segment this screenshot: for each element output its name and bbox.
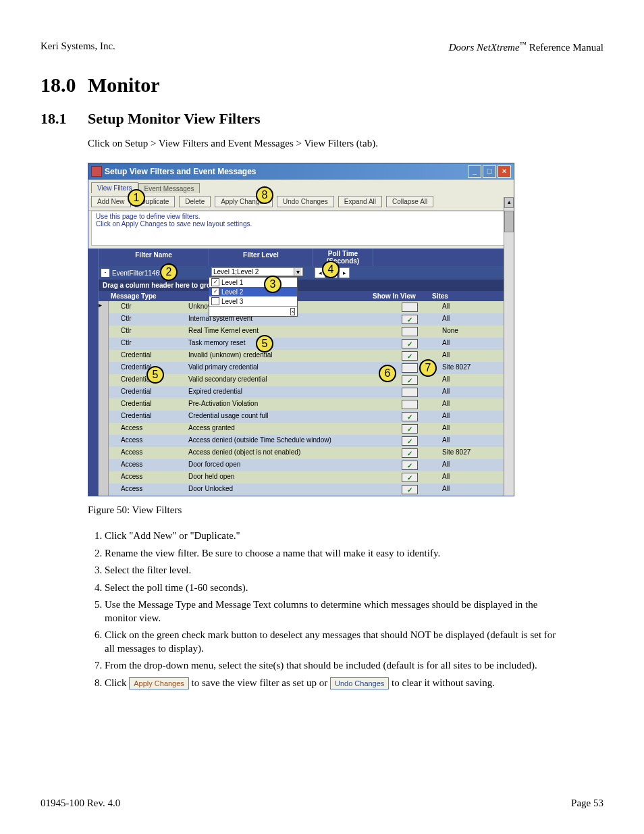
delete-button[interactable]: Delete [179, 196, 211, 207]
checkbox-icon[interactable] [211, 297, 219, 305]
col-poll-time[interactable]: Poll Time (Seconds) [313, 249, 373, 266]
expand-toggle-icon[interactable]: - [101, 269, 109, 277]
table-row[interactable]: AccessDoor forced open✓All [99, 459, 514, 471]
sites-cell[interactable]: All [439, 411, 514, 423]
table-row[interactable]: CredentialPre-Activation ViolationAll [99, 398, 514, 411]
table-row[interactable]: AccessAccess denied (object is not enabl… [99, 447, 514, 459]
message-text-cell: Valid secondary credential [186, 374, 380, 386]
show-in-view-toggle[interactable]: ✓ [402, 351, 418, 361]
sites-cell[interactable]: All [439, 350, 514, 362]
sites-cell[interactable]: All [439, 398, 514, 411]
filter-level-popup: ✓Level 1 ✓Level 2 Level 3 × [209, 277, 298, 317]
show-in-view-toggle[interactable]: ✓ [402, 375, 418, 385]
message-type-cell: Ctlr [109, 338, 186, 350]
poll-time-stepper[interactable]: ◂ 30 ▸ [312, 266, 371, 280]
sites-cell[interactable]: All [439, 313, 514, 325]
message-type-cell: Access [109, 423, 186, 435]
close-icon[interactable]: × [498, 165, 511, 178]
chevron-down-icon[interactable]: ▾ [294, 268, 301, 276]
expand-all-button[interactable]: Expand All [338, 196, 382, 207]
col-show-in-view[interactable]: Show In View [370, 291, 429, 301]
filter-row[interactable]: - EventFilter11469 Level 1;Level 2 ▾ ✓Le… [88, 266, 514, 280]
poll-increment-icon[interactable]: ▸ [339, 267, 350, 278]
sites-cell[interactable]: All [439, 435, 514, 447]
table-row[interactable]: CtlrTask memory reset✓All [99, 338, 514, 350]
minimize-icon[interactable]: _ [468, 165, 481, 178]
checkbox-icon[interactable]: ✓ [211, 278, 219, 286]
page-hint: Use this page to define view filters. Cl… [91, 211, 511, 246]
vertical-scrollbar[interactable]: ▴ [504, 197, 514, 496]
show-in-view-toggle[interactable]: ✓ [402, 424, 418, 434]
scroll-up-icon[interactable]: ▴ [504, 197, 514, 208]
row-handle [99, 313, 109, 325]
level-option[interactable]: ✓Level 1 [209, 278, 297, 287]
show-in-view-toggle[interactable]: ✓ [402, 339, 418, 348]
message-text-cell: Expired credential [186, 386, 380, 398]
sites-cell[interactable]: All [439, 386, 514, 398]
table-row[interactable]: AccessAccess granted✓All [99, 423, 514, 435]
titlebar[interactable]: Setup View Filters and Event Messages _ … [88, 163, 514, 180]
message-type-cell: Access [109, 471, 186, 484]
maximize-icon[interactable]: □ [483, 165, 496, 178]
step-6: Click on the green check mark button to … [105, 629, 563, 655]
message-type-cell: Access [109, 447, 186, 459]
add-new-button[interactable]: Add New [91, 196, 131, 207]
tab-event-messages[interactable]: Event Messages [138, 183, 200, 194]
col-sites[interactable]: Sites [429, 291, 514, 301]
sites-cell[interactable]: All [439, 374, 514, 386]
show-in-view-toggle[interactable]: ✓ [402, 436, 418, 446]
show-in-view-toggle[interactable] [402, 303, 418, 312]
sites-cell[interactable]: Site 8027 [439, 362, 514, 374]
show-in-view-toggle[interactable] [402, 400, 418, 409]
message-text-cell: Door forced open [186, 459, 380, 471]
collapse-all-button[interactable]: Collapse All [386, 196, 433, 207]
col-filter-level[interactable]: Filter Level [209, 249, 313, 266]
group-by-hint: Drag a column header here to group by th… [99, 280, 514, 291]
level-option[interactable]: Level 3 [209, 296, 297, 306]
table-row[interactable]: CtlrInternal system event✓All [99, 313, 514, 325]
table-row[interactable]: AccessAccess denied (outside Time Schedu… [99, 435, 514, 447]
sites-cell[interactable]: All [439, 459, 514, 471]
callout-6: 6 [379, 365, 396, 382]
col-message-type[interactable]: Message Type [99, 291, 176, 301]
checkbox-icon[interactable]: ✓ [211, 288, 219, 296]
scroll-thumb[interactable] [504, 211, 514, 232]
show-in-view-toggle[interactable]: ✓ [402, 412, 418, 421]
close-popup-icon[interactable]: × [290, 308, 295, 315]
show-in-view-toggle[interactable] [402, 327, 418, 336]
sites-cell[interactable]: All [439, 423, 514, 435]
table-row[interactable]: AccessDoor Unlocked✓All [99, 484, 514, 496]
message-text-cell: Invalid (unknown) credential [186, 350, 380, 362]
sites-cell[interactable]: None [439, 325, 514, 338]
undo-changes-button[interactable]: Undo Changes [277, 196, 334, 207]
instruction-list: Click "Add New" or "Duplicate." Rename t… [88, 529, 563, 689]
level-option[interactable]: ✓Level 2 [209, 287, 297, 296]
show-in-view-toggle[interactable] [402, 388, 418, 397]
table-row[interactable]: CtlrReal Time Kernel eventNone [99, 325, 514, 338]
filter-level-dropdown[interactable]: Level 1;Level 2 ▾ [211, 267, 303, 276]
show-in-view-toggle[interactable]: ✓ [402, 473, 418, 482]
table-row[interactable]: CredentialCredential usage count full✓Al… [99, 411, 514, 423]
sites-cell[interactable]: Site 8027 [439, 447, 514, 459]
col-filter-name[interactable]: Filter Name [99, 249, 209, 266]
table-row[interactable]: ▸CtlrUnknown eventAll [99, 301, 514, 313]
row-handle [99, 435, 109, 447]
table-row[interactable]: CredentialExpired credentialAll [99, 386, 514, 398]
figure-caption: Figure 50: View Filters [88, 504, 603, 516]
sites-cell[interactable]: All [439, 471, 514, 484]
show-in-view-toggle[interactable]: ✓ [402, 315, 418, 324]
table-row[interactable]: CredentialInvalid (unknown) credential✓A… [99, 350, 514, 362]
show-in-view-toggle[interactable]: ✓ [402, 461, 418, 470]
row-handle [99, 374, 109, 386]
show-in-view-toggle[interactable] [402, 363, 418, 373]
show-in-view-toggle[interactable]: ✓ [402, 485, 418, 494]
filter-name-value[interactable]: EventFilter11469 [112, 269, 163, 277]
sites-cell[interactable]: All [439, 301, 514, 313]
sites-cell[interactable]: All [439, 338, 514, 350]
show-in-view-toggle[interactable]: ✓ [402, 448, 418, 458]
sites-cell[interactable]: All [439, 484, 514, 496]
message-type-cell: Ctlr [109, 301, 186, 313]
intro-text: Click on Setup > View Filters and Event … [88, 138, 603, 149]
row-handle [99, 398, 109, 411]
table-row[interactable]: AccessDoor held open✓All [99, 471, 514, 484]
